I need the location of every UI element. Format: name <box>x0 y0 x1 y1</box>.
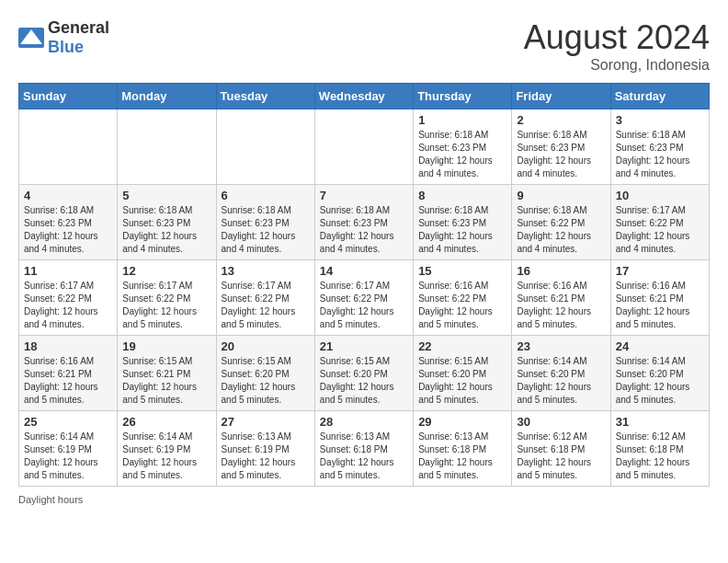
cell-info: Sunrise: 6:14 AM Sunset: 6:19 PM Dayligh… <box>122 431 210 482</box>
cell-info: Sunrise: 6:18 AM Sunset: 6:22 PM Dayligh… <box>517 204 605 256</box>
day-number: 4 <box>24 189 112 202</box>
calendar-cell: 4Sunrise: 6:18 AM Sunset: 6:23 PM Daylig… <box>19 185 118 260</box>
calendar-cell: 29Sunrise: 6:13 AM Sunset: 6:18 PM Dayli… <box>414 411 512 487</box>
page-header: General Blue August 2024 Sorong, Indones… <box>18 18 710 74</box>
week-row-5: 25Sunrise: 6:14 AM Sunset: 6:19 PM Dayli… <box>19 411 710 487</box>
calendar-cell <box>314 109 413 185</box>
logo-general: General <box>48 18 109 37</box>
day-number: 7 <box>320 189 408 202</box>
day-number: 19 <box>122 339 210 353</box>
calendar-cell: 10Sunrise: 6:17 AM Sunset: 6:22 PM Dayli… <box>610 185 709 260</box>
calendar-cell: 2Sunrise: 6:18 AM Sunset: 6:23 PM Daylig… <box>512 109 610 185</box>
day-number: 30 <box>517 415 605 429</box>
cell-info: Sunrise: 6:12 AM Sunset: 6:18 PM Dayligh… <box>517 431 605 482</box>
calendar-cell: 21Sunrise: 6:15 AM Sunset: 6:20 PM Dayli… <box>314 336 413 411</box>
month-year-title: August 2024 <box>524 18 710 57</box>
cell-info: Sunrise: 6:13 AM Sunset: 6:18 PM Dayligh… <box>320 431 408 482</box>
calendar-cell: 26Sunrise: 6:14 AM Sunset: 6:19 PM Dayli… <box>118 411 216 487</box>
calendar-cell: 24Sunrise: 6:14 AM Sunset: 6:20 PM Dayli… <box>610 336 709 411</box>
day-number: 26 <box>122 415 210 429</box>
cell-info: Sunrise: 6:17 AM Sunset: 6:22 PM Dayligh… <box>616 204 704 256</box>
cell-info: Sunrise: 6:15 AM Sunset: 6:20 PM Dayligh… <box>320 355 408 407</box>
day-number: 13 <box>222 264 310 278</box>
cell-info: Sunrise: 6:12 AM Sunset: 6:18 PM Dayligh… <box>616 431 704 482</box>
header-thursday: Thursday <box>414 84 512 109</box>
calendar-cell: 17Sunrise: 6:16 AM Sunset: 6:21 PM Dayli… <box>610 260 709 336</box>
title-block: August 2024 Sorong, Indonesia <box>524 18 710 74</box>
day-number: 18 <box>24 339 112 353</box>
day-number: 16 <box>517 264 605 278</box>
cell-info: Sunrise: 6:14 AM Sunset: 6:20 PM Dayligh… <box>616 355 704 407</box>
calendar-cell: 27Sunrise: 6:13 AM Sunset: 6:19 PM Dayli… <box>216 411 314 487</box>
calendar-cell: 9Sunrise: 6:18 AM Sunset: 6:22 PM Daylig… <box>512 185 610 260</box>
cell-info: Sunrise: 6:15 AM Sunset: 6:21 PM Dayligh… <box>122 355 210 407</box>
calendar-cell: 8Sunrise: 6:18 AM Sunset: 6:23 PM Daylig… <box>414 185 512 260</box>
header-wednesday: Wednesday <box>314 84 413 109</box>
cell-info: Sunrise: 6:16 AM Sunset: 6:21 PM Dayligh… <box>616 280 704 331</box>
calendar-cell: 20Sunrise: 6:15 AM Sunset: 6:20 PM Dayli… <box>216 336 314 411</box>
day-number: 1 <box>418 113 506 127</box>
calendar-cell: 6Sunrise: 6:18 AM Sunset: 6:23 PM Daylig… <box>216 185 314 260</box>
cell-info: Sunrise: 6:16 AM Sunset: 6:22 PM Dayligh… <box>418 280 506 331</box>
calendar-cell: 18Sunrise: 6:16 AM Sunset: 6:21 PM Dayli… <box>19 336 118 411</box>
calendar-cell: 12Sunrise: 6:17 AM Sunset: 6:22 PM Dayli… <box>118 260 216 336</box>
calendar-body: 1Sunrise: 6:18 AM Sunset: 6:23 PM Daylig… <box>19 109 710 487</box>
calendar-cell: 23Sunrise: 6:14 AM Sunset: 6:20 PM Dayli… <box>512 336 610 411</box>
cell-info: Sunrise: 6:17 AM Sunset: 6:22 PM Dayligh… <box>24 280 112 331</box>
calendar-cell: 11Sunrise: 6:17 AM Sunset: 6:22 PM Dayli… <box>19 260 118 336</box>
day-number: 25 <box>24 415 112 429</box>
logo-icon <box>18 28 44 48</box>
cell-info: Sunrise: 6:18 AM Sunset: 6:23 PM Dayligh… <box>24 204 112 256</box>
cell-info: Sunrise: 6:17 AM Sunset: 6:22 PM Dayligh… <box>222 280 310 331</box>
day-number: 15 <box>418 264 506 278</box>
calendar-cell <box>118 109 216 185</box>
cell-info: Sunrise: 6:13 AM Sunset: 6:19 PM Dayligh… <box>222 431 310 482</box>
cell-info: Sunrise: 6:13 AM Sunset: 6:18 PM Dayligh… <box>418 431 506 482</box>
calendar-cell: 16Sunrise: 6:16 AM Sunset: 6:21 PM Dayli… <box>512 260 610 336</box>
week-row-4: 18Sunrise: 6:16 AM Sunset: 6:21 PM Dayli… <box>19 336 710 411</box>
calendar-cell <box>19 109 118 185</box>
day-number: 8 <box>418 189 506 202</box>
calendar-cell: 14Sunrise: 6:17 AM Sunset: 6:22 PM Dayli… <box>314 260 413 336</box>
cell-info: Sunrise: 6:18 AM Sunset: 6:23 PM Dayligh… <box>418 204 506 256</box>
day-number: 10 <box>616 189 704 202</box>
cell-info: Sunrise: 6:15 AM Sunset: 6:20 PM Dayligh… <box>418 355 506 407</box>
day-number: 27 <box>222 415 310 429</box>
day-number: 12 <box>122 264 210 278</box>
week-row-1: 1Sunrise: 6:18 AM Sunset: 6:23 PM Daylig… <box>19 109 710 185</box>
calendar-cell: 1Sunrise: 6:18 AM Sunset: 6:23 PM Daylig… <box>414 109 512 185</box>
header-sunday: Sunday <box>19 84 118 109</box>
day-number: 31 <box>616 415 704 429</box>
logo-blue: Blue <box>48 38 84 56</box>
cell-info: Sunrise: 6:18 AM Sunset: 6:23 PM Dayligh… <box>122 204 210 256</box>
calendar-cell: 25Sunrise: 6:14 AM Sunset: 6:19 PM Dayli… <box>19 411 118 487</box>
week-row-3: 11Sunrise: 6:17 AM Sunset: 6:22 PM Dayli… <box>19 260 710 336</box>
logo: General Blue <box>18 18 109 57</box>
calendar-cell: 19Sunrise: 6:15 AM Sunset: 6:21 PM Dayli… <box>118 336 216 411</box>
day-number: 2 <box>517 113 605 127</box>
calendar-cell: 15Sunrise: 6:16 AM Sunset: 6:22 PM Dayli… <box>414 260 512 336</box>
header-friday: Friday <box>512 84 610 109</box>
day-number: 9 <box>517 189 605 202</box>
calendar-cell <box>216 109 314 185</box>
day-number: 24 <box>616 339 704 353</box>
day-number: 14 <box>320 264 408 278</box>
calendar-cell: 30Sunrise: 6:12 AM Sunset: 6:18 PM Dayli… <box>512 411 610 487</box>
header-tuesday: Tuesday <box>216 84 314 109</box>
week-row-2: 4Sunrise: 6:18 AM Sunset: 6:23 PM Daylig… <box>19 185 710 260</box>
calendar-cell: 5Sunrise: 6:18 AM Sunset: 6:23 PM Daylig… <box>118 185 216 260</box>
calendar-header: Sunday Monday Tuesday Wednesday Thursday… <box>19 84 710 109</box>
day-number: 17 <box>616 264 704 278</box>
calendar-cell: 22Sunrise: 6:15 AM Sunset: 6:20 PM Dayli… <box>414 336 512 411</box>
cell-info: Sunrise: 6:14 AM Sunset: 6:20 PM Dayligh… <box>517 355 605 407</box>
day-number: 20 <box>222 339 310 353</box>
day-number: 5 <box>122 189 210 202</box>
header-row: Sunday Monday Tuesday Wednesday Thursday… <box>19 84 710 109</box>
cell-info: Sunrise: 6:17 AM Sunset: 6:22 PM Dayligh… <box>320 280 408 331</box>
day-number: 22 <box>418 339 506 353</box>
calendar-table: Sunday Monday Tuesday Wednesday Thursday… <box>18 83 710 487</box>
header-monday: Monday <box>118 84 216 109</box>
calendar-cell: 7Sunrise: 6:18 AM Sunset: 6:23 PM Daylig… <box>314 185 413 260</box>
cell-info: Sunrise: 6:18 AM Sunset: 6:23 PM Dayligh… <box>222 204 310 256</box>
cell-info: Sunrise: 6:18 AM Sunset: 6:23 PM Dayligh… <box>320 204 408 256</box>
